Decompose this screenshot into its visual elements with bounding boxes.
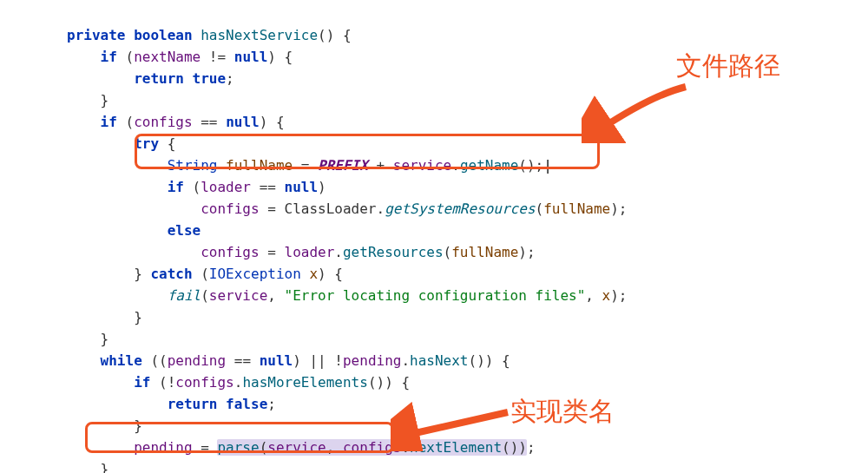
code-block: private boolean hasNextService() { if (n… <box>0 24 868 473</box>
kw-boolean: boolean <box>134 27 192 43</box>
kw-private: private <box>67 27 125 43</box>
method-name: hasNextService <box>201 27 318 43</box>
